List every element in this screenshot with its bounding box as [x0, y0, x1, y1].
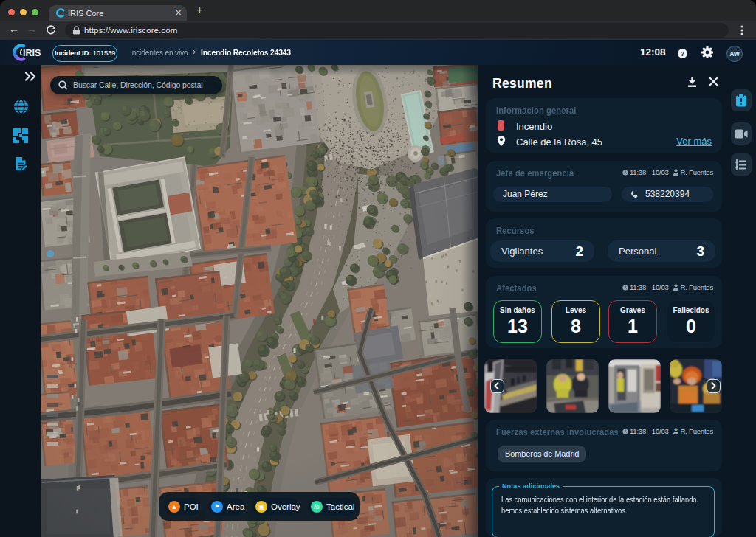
- svg-text:IRIS: IRIS: [23, 48, 41, 58]
